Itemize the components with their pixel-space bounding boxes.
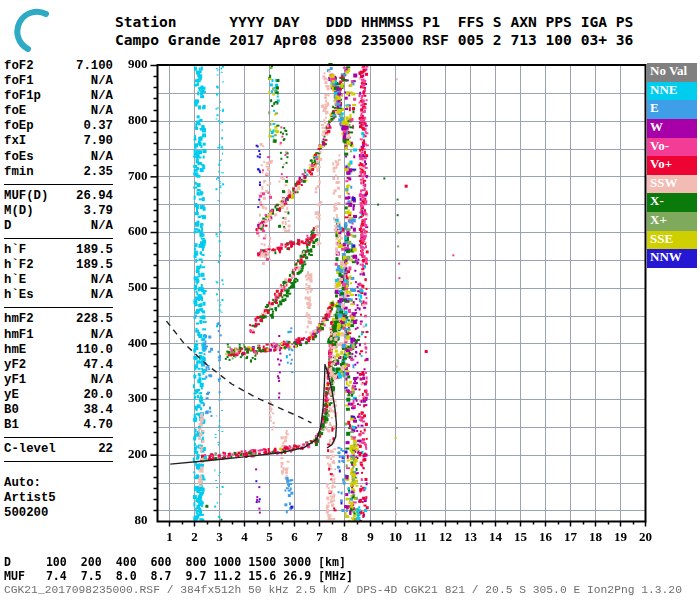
legend-item-vo-: Vo- bbox=[647, 138, 697, 157]
legend-item-x+: X+ bbox=[647, 212, 697, 231]
legend-item-ssw: SSW bbox=[647, 175, 697, 194]
status-line: CGK21_2017098235000.RSF / 384fx512h 50 k… bbox=[4, 584, 682, 596]
legend-item-nne: NNE bbox=[647, 82, 697, 101]
muf-row: MUF 7.4 7.5 8.0 8.7 9.7 11.2 15.6 26.9 [… bbox=[4, 570, 353, 584]
legend-item-sse: SSE bbox=[647, 231, 697, 250]
color-legend: No ValNNEEWVo-Vo+SSWX-X+SSENNW bbox=[647, 63, 697, 268]
legend-item-w: W bbox=[647, 119, 697, 138]
legend-item-noval: No Val bbox=[647, 63, 697, 82]
legend-item-nnw: NNW bbox=[647, 249, 697, 268]
muf-table: D 100 200 400 600 800 1000 1500 3000 [km… bbox=[4, 556, 353, 583]
ionogram-window: Station YYYY DAY DDD HHMMSS P1 FFS S AXN… bbox=[0, 0, 700, 600]
ionogram-plot bbox=[0, 0, 700, 600]
legend-item-e: E bbox=[647, 100, 697, 119]
d-row: D 100 200 400 600 800 1000 1500 3000 [km… bbox=[4, 556, 353, 570]
legend-item-x-: X- bbox=[647, 193, 697, 212]
legend-item-vo+: Vo+ bbox=[647, 156, 697, 175]
